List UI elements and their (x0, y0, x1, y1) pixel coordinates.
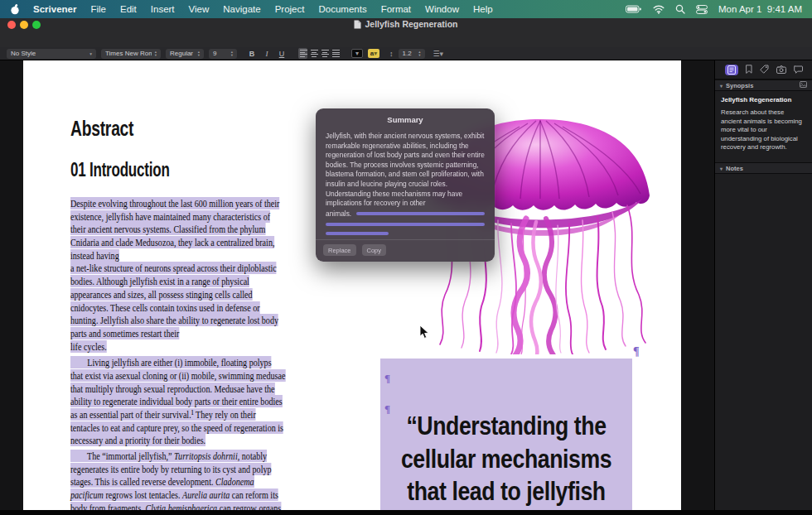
text-color-well[interactable]: ▾ (351, 49, 363, 58)
font-select[interactable]: Times New Roman▴▾ (101, 49, 161, 59)
bold-button[interactable]: B (247, 50, 257, 58)
inspector-tabs (715, 60, 812, 79)
body-line: regenerates its entire body by returning… (70, 463, 321, 476)
pull-quote-block[interactable]: ¶ ¶ “Understanding thecellular mechanism… (380, 359, 632, 515)
body-line: stages. This is called reverse developme… (70, 475, 321, 489)
body-line: The “immortal jellyfish,” Turritopsis do… (70, 450, 321, 463)
body-line: bodies. Although jellyfish exist in a ra… (70, 275, 321, 288)
body-line: that multiply through sexual reproductio… (70, 383, 321, 396)
body-line: life cycles. (70, 340, 321, 354)
document-proxy-icon (354, 20, 361, 29)
body-line: their ancient nervous systems. Classifie… (70, 223, 321, 236)
body-line: Living jellyfish are either (i) immobile… (70, 356, 321, 369)
underline-button[interactable]: U (277, 50, 287, 58)
tab-snapshots[interactable] (776, 62, 786, 77)
heading-introduction: 01 Introduction (70, 159, 170, 181)
control-center-icon[interactable] (696, 5, 708, 14)
body-line: Cnidaria and clade Medusozoa, they lack … (70, 236, 321, 249)
body-line: tentacles to eat and capture prey, so th… (70, 421, 321, 435)
wifi-icon[interactable] (653, 5, 665, 14)
popup-divider (316, 239, 495, 240)
body-line: that exist via asexual cloning or (ii) m… (70, 369, 321, 383)
italic-button[interactable]: I (262, 50, 272, 58)
line-spacing-stepper[interactable]: 1.2▴▾ (399, 49, 425, 59)
style-select[interactable]: No Style▾ (7, 49, 96, 59)
heading-abstract: Abstract (70, 116, 133, 142)
align-justify-button[interactable] (331, 48, 340, 59)
synopsis-title: Jellyfish Regeneration (721, 96, 806, 103)
menu-view[interactable]: View (189, 4, 210, 14)
body-line: pacificum regrows lost tentacles. Aureli… (70, 489, 321, 502)
body-line: as an essential part of their survival.¹… (70, 408, 321, 421)
summary-popup-title: Summary (316, 108, 495, 124)
pull-quote-line: cellular mechanisms (398, 443, 614, 476)
body-line: necessary and a priority for their bodie… (70, 434, 321, 447)
body-line: appearances and sizes, all possess sting… (70, 288, 321, 301)
menu-file[interactable]: File (90, 4, 106, 14)
body-line: instead having (70, 249, 321, 262)
tab-metadata[interactable] (760, 62, 769, 77)
summary-popup: Summary Jellyfish, with their ancient ne… (316, 108, 495, 262)
copy-button[interactable]: Copy (362, 244, 387, 256)
menu-help[interactable]: Help (473, 4, 493, 14)
disclosure-chevron-icon: ▾ (720, 166, 723, 171)
pull-quote-line: that lead to jellyfish (398, 475, 614, 508)
align-right-button[interactable] (320, 48, 329, 59)
tab-comments[interactable] (794, 62, 803, 77)
align-left-button[interactable] (298, 48, 307, 59)
battery-icon[interactable] (626, 5, 642, 13)
body-line: Despite evolving throughout the last 600… (70, 197, 321, 210)
app-menus: ScrivenerFileEditInsertViewNavigateProje… (33, 4, 507, 14)
pull-quote-line: “Understanding the (398, 410, 614, 443)
spotlight-search-icon[interactable] (675, 4, 685, 14)
summary-popup-body: Jellyfish, with their ancient nervous sy… (316, 124, 495, 209)
synopsis-body: Research about these ancient animals is … (721, 108, 806, 152)
disclosure-chevron-icon: ▾ (720, 83, 723, 89)
body-text[interactable]: Despite evolving throughout the last 600… (70, 197, 321, 515)
menu-edit[interactable]: Edit (120, 4, 137, 14)
body-line: cnidocytes. These cells contain toxins u… (70, 301, 321, 315)
summary-body-tail: animals. (326, 209, 351, 218)
tab-bookmarks[interactable] (746, 62, 752, 77)
synopsis-image-icon[interactable] (800, 81, 807, 89)
generating-bar (356, 212, 485, 215)
body-line: a net-like structure of neurons spread a… (70, 262, 321, 275)
body-line: parts and sometimes restart their (70, 327, 321, 340)
menu-documents[interactable]: Documents (318, 4, 366, 14)
menu-scrivener[interactable]: Scrivener (33, 4, 76, 14)
notes-header[interactable]: ▾ Notes (715, 162, 812, 174)
pilcrow-mark: ¶ (384, 372, 390, 385)
menu-format[interactable]: Format (381, 4, 411, 14)
window-footer (0, 510, 812, 515)
apple-menu-icon[interactable] (10, 4, 20, 15)
menu-window[interactable]: Window (425, 4, 459, 14)
window-title: Jellyfish Regeneration (0, 19, 812, 29)
menu-navigate[interactable]: Navigate (223, 4, 260, 14)
inspector-panel: ▾ Synopsis Jellyfish Regeneration Resear… (714, 60, 812, 515)
font-size-stepper[interactable]: 9▴▾ (209, 49, 237, 59)
menu-insert[interactable]: Insert (151, 4, 175, 14)
format-bar: No Style▾ Times New Roman▴▾ Regular▴▾ 9▴… (0, 47, 812, 60)
pull-quote-text: “Understanding thecellular mechanismstha… (398, 410, 614, 508)
menu-clock[interactable]: Mon Apr 1 9:41 AM (718, 4, 802, 14)
replace-button[interactable]: Replace (323, 244, 356, 256)
body-line: hunting. Jellyfish also share the abilit… (70, 314, 321, 327)
list-style-button[interactable]: ☰▾ (433, 50, 444, 58)
body-line: existence, jellyfish have maintained man… (70, 210, 321, 224)
body-line: ability to regenerate individual body pa… (70, 395, 321, 408)
menu-project[interactable]: Project (275, 4, 305, 14)
highlight-color-well[interactable]: a▾ (368, 49, 379, 58)
pilcrow-mark: ¶ (633, 345, 640, 359)
mouse-cursor (419, 325, 429, 339)
tab-notes-synopsis[interactable] (725, 65, 738, 75)
screen: ScrivenerFileEditInsertViewNavigateProje… (0, 0, 812, 515)
synopsis-header[interactable]: ▾ Synopsis (715, 79, 812, 91)
align-center-button[interactable] (309, 48, 318, 59)
generating-bar (326, 232, 389, 235)
menu-bar: ScrivenerFileEditInsertViewNavigateProje… (0, 0, 812, 18)
pilcrow-mark: ¶ (384, 402, 390, 416)
font-variant-select[interactable]: Regular▴▾ (166, 49, 204, 59)
synopsis-card[interactable]: Jellyfish Regeneration Research about th… (715, 91, 812, 157)
line-height-icon: ↕ (389, 50, 394, 58)
generating-bar (326, 223, 485, 226)
